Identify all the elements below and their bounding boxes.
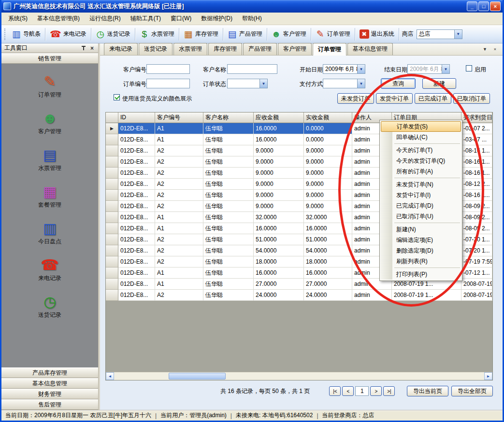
sidebar-item-customer-mgmt[interactable]: ☻客户管理 — [1, 104, 98, 141]
toolbar-exit-button[interactable]: ✖退出系统 — [356, 28, 398, 40]
toolbar-product-button[interactable]: ▤产品管理 — [224, 28, 266, 41]
tab-order[interactable]: 订单管理 — [313, 43, 346, 56]
row-selector[interactable] — [106, 234, 118, 245]
sidebar-section-after-sales[interactable]: 售后管理 — [1, 399, 98, 410]
end-date-combo[interactable]: 2009年 6月 8日 ▼ — [407, 64, 450, 74]
next-page-button[interactable]: > — [370, 386, 382, 396]
sidebar-section-product-inventory[interactable]: 产品库存管理 — [1, 367, 98, 378]
chevron-down-icon[interactable]: ▼ — [454, 30, 462, 39]
tab-delivery-record[interactable]: 送货记录 — [139, 43, 173, 55]
context-new-order[interactable]: 新建(N) — [381, 224, 461, 235]
context-order-dispatch[interactable]: 订单发货(S) — [381, 121, 461, 132]
context-completed-orders[interactable]: 已完成订单(D) — [381, 200, 461, 211]
row-selector[interactable] — [106, 223, 118, 234]
context-receipt-confirm[interactable]: 回单确认(C) — [381, 132, 461, 142]
context-dispatching-orders[interactable]: 发货中订单(I) — [381, 190, 461, 200]
column-header-0[interactable]: ID — [118, 113, 155, 123]
menu-help[interactable]: 帮助(H) — [237, 12, 267, 25]
undispatched-orders-button[interactable]: 未发货订单 — [337, 93, 374, 104]
menu-data-maintenance[interactable]: 数据维护(D) — [196, 12, 237, 25]
close-button[interactable]: × — [490, 1, 501, 11]
column-header-7[interactable]: 要求到货日期 — [461, 113, 492, 123]
customer-no-input[interactable] — [146, 64, 190, 74]
chevron-down-icon[interactable]: ▼ — [442, 65, 449, 73]
row-selector[interactable] — [106, 256, 118, 267]
page-number-input[interactable] — [355, 386, 369, 396]
menu-window[interactable]: 窗口(W) — [166, 12, 196, 25]
minimize-button[interactable]: _ — [467, 1, 477, 11]
row-selector[interactable] — [106, 168, 118, 179]
row-selector[interactable] — [106, 134, 118, 145]
row-selector[interactable] — [106, 279, 118, 290]
toolbar-water-ticket-button[interactable]: $水票管理 — [136, 28, 178, 41]
row-selector[interactable] — [106, 212, 118, 223]
sidebar-item-ticket-mgmt[interactable]: ▤水票管理 — [1, 141, 98, 178]
toolbar-customer-button[interactable]: ☻客户管理 — [268, 28, 310, 41]
context-edit-selected[interactable]: 编辑选定项(E) — [381, 235, 461, 245]
scroll-right-icon[interactable]: ► — [484, 372, 492, 380]
context-undispatched-orders[interactable]: 未发货订单(N) — [381, 179, 461, 190]
column-header-3[interactable]: 应收金额 — [254, 113, 304, 123]
start-date-combo[interactable]: 2009年 6月 8日 ▼ — [323, 64, 365, 74]
customer-name-input[interactable] — [227, 64, 277, 74]
context-cancelled-orders[interactable]: 已取消订单(U) — [381, 211, 461, 222]
toolbar-order-button[interactable]: ✎订单管理 — [312, 28, 354, 41]
column-header-1[interactable]: 客户编号 — [155, 113, 203, 123]
completed-orders-button[interactable]: 已完成订单 — [415, 93, 451, 104]
sidebar-item-call-record[interactable]: ☎来电记录 — [1, 251, 98, 288]
sidebar-section-basic-info[interactable]: 基本信息管理 — [1, 378, 98, 389]
tool-window-close-icon[interactable]: × — [89, 45, 95, 52]
scroll-left-icon[interactable]: ◄ — [106, 372, 114, 380]
query-button[interactable]: 查询 — [381, 78, 416, 89]
new-button[interactable]: 新建 — [422, 78, 456, 89]
context-refresh-list[interactable]: 刷新列表(R) — [381, 256, 461, 267]
sidebar-section-sales-mgmt[interactable]: 销售管理 — [1, 53, 98, 64]
sidebar-item-package-mgmt[interactable]: ▦套餐管理 — [1, 178, 98, 214]
context-all-orders[interactable]: 所有的订单(A) — [381, 166, 461, 177]
row-selector[interactable] — [106, 267, 118, 279]
row-selector[interactable] — [106, 145, 118, 156]
sidebar-item-delivery-record[interactable]: ◷送货记录 — [1, 288, 98, 324]
order-no-input[interactable] — [146, 79, 190, 88]
menu-basic-info-mgmt[interactable]: 基本信息管理(B) — [32, 12, 85, 25]
column-header-2[interactable]: 客户名称 — [203, 113, 254, 123]
menu-run-info[interactable]: 运行信息(R) — [85, 12, 126, 25]
toolbar-grip[interactable] — [4, 28, 6, 40]
pin-icon[interactable] — [81, 45, 86, 51]
first-page-button[interactable]: |< — [329, 386, 341, 396]
row-selector[interactable]: ▶ — [106, 123, 118, 134]
last-page-button[interactable]: >| — [383, 386, 395, 396]
sidebar-item-order-mgmt[interactable]: ✎订单管理 — [1, 68, 98, 104]
enable-checkbox[interactable] — [466, 65, 472, 71]
row-selector[interactable] — [106, 201, 118, 212]
row-selector[interactable] — [106, 179, 118, 190]
chevron-down-icon[interactable]: ▼ — [357, 79, 365, 88]
dispatching-orders-button[interactable]: 发货中订单 — [376, 93, 413, 104]
context-delete-selected[interactable]: 删除选定项(D) — [381, 245, 461, 256]
context-print-list[interactable]: 打印列表(P) — [381, 269, 461, 280]
toolbar-navigator-button[interactable]: ▥导航条 — [8, 28, 44, 41]
menu-system[interactable]: 系统(S) — [3, 12, 32, 25]
row-selector[interactable] — [106, 190, 118, 201]
sidebar-item-daily-check[interactable]: ▥今日盘点 — [1, 214, 98, 251]
order-status-combo[interactable]: ▼ — [227, 79, 268, 88]
maximize-button[interactable]: □ — [478, 1, 489, 11]
table-row[interactable]: 012D-E8...A2伍华聪24.000024.0000admin2008-0… — [106, 290, 492, 301]
color-checkbox[interactable] — [114, 94, 120, 100]
menu-aux-tools[interactable]: 辅助工具(T) — [126, 12, 166, 25]
row-selector[interactable] — [106, 290, 118, 301]
cancelled-orders-button[interactable]: 已取消订单 — [453, 93, 490, 104]
chevron-down-icon[interactable]: ▼ — [259, 79, 267, 88]
pay-method-combo[interactable]: ▼ — [323, 79, 365, 88]
export-current-page-button[interactable]: 导出当前页 — [407, 386, 448, 396]
row-selector[interactable] — [106, 245, 118, 256]
tab-customer[interactable]: 客户管理 — [278, 43, 312, 55]
horizontal-scrollbar[interactable]: ◄ ► — [106, 372, 492, 380]
tab-scroll-icon[interactable]: ▼ — [481, 45, 489, 53]
store-combo[interactable]: 总店 ▼ — [417, 29, 462, 39]
tab-water-ticket[interactable]: 水票管理 — [173, 43, 207, 55]
tab-basic-info[interactable]: 基本信息管理 — [347, 43, 393, 55]
context-today-orders[interactable]: 今天的订单(T) — [381, 145, 461, 155]
tab-close-icon[interactable]: × — [491, 45, 499, 53]
chevron-down-icon[interactable]: ▼ — [357, 65, 365, 73]
